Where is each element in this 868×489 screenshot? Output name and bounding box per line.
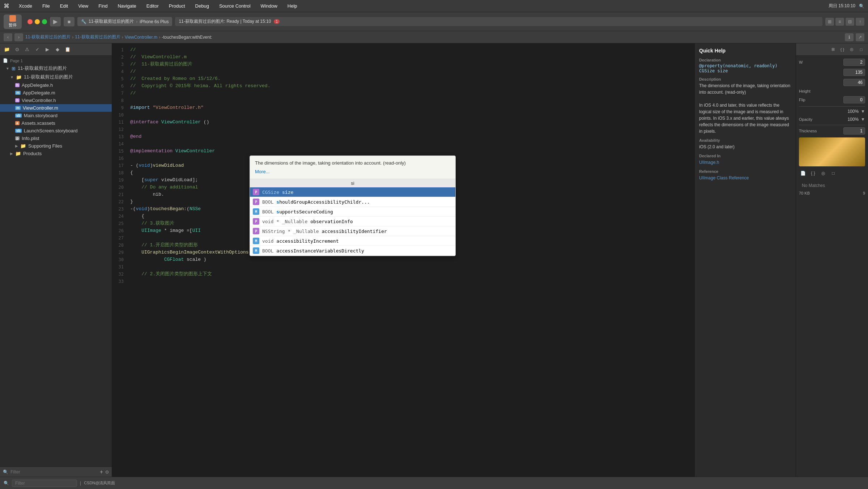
inspector-toggle[interactable]: ℹ [845, 33, 854, 41]
flip-input[interactable] [843, 96, 865, 103]
menu-file[interactable]: File [40, 3, 52, 9]
panel-toggle-right[interactable]: ⊟ [846, 18, 854, 26]
autocomplete-item-1[interactable]: P CGSize size [250, 187, 455, 197]
thickness-input[interactable] [843, 127, 865, 135]
apple-menu[interactable]: ⌘ [4, 3, 9, 9]
divider-2 [799, 125, 865, 125]
icon-btn-4[interactable]: □ [829, 169, 837, 177]
breadcrumb-part-3[interactable]: ViewController.m [125, 35, 157, 40]
sidebar-issue-icon[interactable]: ⚠ [23, 46, 31, 54]
sidebar-debug-icon[interactable]: ▶ [43, 46, 51, 54]
sidebar-item-appdelegate-h[interactable]: h AppDelegate.h [0, 81, 112, 89]
autocomplete-item-7[interactable]: M BOOL accessInstanceVariablesDirectly [250, 246, 455, 256]
filter-options-button[interactable]: ⊙ [105, 469, 109, 475]
supporting-files-label: Supporting Files [28, 143, 62, 149]
qh-declared-in-value[interactable]: UIImage.h [699, 159, 791, 166]
autocomplete-item-2[interactable]: P BOOL shouldGroupAccessibilityChildr... [250, 197, 455, 207]
menu-edit[interactable]: Edit [58, 3, 70, 9]
panel-toggle-center[interactable]: ≡ [835, 18, 844, 26]
stop-button[interactable]: 暂停 [4, 14, 22, 29]
inspector-icon-1[interactable]: ⊞ [829, 46, 837, 54]
sidebar-page-label: 📄 Page 1 [0, 57, 112, 64]
sidebar-report-icon[interactable]: 📋 [64, 46, 72, 54]
qh-declared-in-row: Declared In UIImage.h [699, 154, 791, 166]
inspector-icon-3[interactable]: ◎ [848, 46, 856, 54]
qh-reference-value[interactable]: UIImage Class Reference [699, 175, 791, 181]
inspector-icon-4[interactable]: □ [857, 46, 865, 54]
share-button[interactable]: ↗ [856, 33, 864, 41]
sidebar-item-launchscreen[interactable]: sb LaunchScreen.storyboard [0, 127, 112, 135]
qh-description-label: Description [699, 77, 791, 81]
forward-button[interactable]: › [14, 33, 23, 41]
sidebar-item-project[interactable]: ▼ ⊞ 11-获取裁剪过后的图片 [0, 64, 112, 73]
sidebar-source-icon[interactable]: ⊙ [13, 46, 21, 54]
menu-source-control[interactable]: Source Control [217, 3, 253, 9]
minimize-button[interactable] [35, 19, 40, 24]
autocomplete-item-3[interactable]: M BOOL supportsSecureCoding [250, 207, 455, 217]
menu-find[interactable]: Find [96, 3, 110, 9]
menu-navigate[interactable]: Navigate [115, 3, 138, 9]
breadcrumb-part-4[interactable]: -touchesBegan:withEvent: [162, 35, 212, 40]
sidebar-item-group[interactable]: ▼ 📁 11-获取裁剪过后的图片 [0, 73, 112, 81]
sidebar-item-viewcontroller-m[interactable]: m ViewController.m [0, 104, 112, 112]
menu-search-icon[interactable]: 🔍 [859, 4, 864, 9]
autocomplete-item-4[interactable]: P void * _Nullable observationInfo [250, 217, 455, 226]
qh-description-value: The dimensions of the image, taking orie… [699, 82, 791, 135]
inspector-icon-2[interactable]: { } [838, 46, 846, 54]
no-matches-label: No Matches [799, 180, 865, 191]
sidebar-folder-icon[interactable]: 📁 [3, 46, 11, 54]
icon-btn-3[interactable]: ◎ [819, 169, 827, 177]
qh-declaration-row: Declaration @property(nonatomic, readonl… [699, 58, 791, 73]
stop-run-button[interactable]: ■ [64, 17, 75, 26]
scheme-selector[interactable]: 🔧 11-获取裁剪过后的图片 › iPhone 6s Plus [77, 17, 172, 26]
panel-toggle-left[interactable]: ⊞ [825, 18, 834, 26]
sb-badge: sb [15, 114, 22, 118]
back-button[interactable]: ‹ [4, 33, 12, 41]
export-button[interactable]: ↑ [856, 18, 864, 26]
ac-name-2: shouldGroupAccessibilityChildr... [276, 199, 370, 205]
menu-view[interactable]: View [76, 3, 90, 9]
menu-help[interactable]: Help [285, 3, 299, 9]
arrow-icon-group: ▼ [10, 75, 14, 79]
sidebar-toolbar: 📁 ⊙ ⚠ ✓ ▶ ◆ 📋 [0, 43, 112, 56]
toolbar: 暂停 ▶ ■ 🔧 11-获取裁剪过后的图片 › iPhone 6s Plus 1… [0, 12, 868, 31]
autocomplete-item-6[interactable]: M void accessibilityIncrement [250, 236, 455, 246]
breadcrumb-part-1[interactable]: 11-获取裁剪过后的图片 [25, 34, 71, 40]
sidebar-item-info-plist[interactable]: p Info.plist [0, 135, 112, 142]
inspector-toolbar: ⊞ { } ◎ □ [796, 43, 868, 56]
icon-btn-2[interactable]: { } [809, 169, 817, 177]
close-button[interactable] [27, 19, 33, 24]
status-filter-input[interactable] [12, 480, 77, 487]
maximize-button[interactable] [42, 19, 47, 24]
more-link[interactable]: More... [255, 168, 450, 175]
run-button[interactable]: ▶ [50, 17, 61, 26]
sidebar-filter-input[interactable] [10, 469, 98, 475]
height-label-row: Height [799, 89, 865, 93]
sidebar-breakpoint-icon[interactable]: ◆ [54, 46, 61, 54]
qh-declaration-value: @property(nonatomic, readonly) CGSize si… [699, 63, 791, 73]
add-file-button[interactable]: + [100, 469, 103, 475]
autocomplete-item-5[interactable]: P NSString * _Nullable accessibilityIden… [250, 226, 455, 236]
height-text-label: Height [799, 89, 810, 93]
sidebar-test-icon[interactable]: ✓ [33, 46, 41, 54]
sidebar-item-viewcontroller-h[interactable]: h ViewController.h [0, 97, 112, 104]
a-badge: a [15, 121, 20, 125]
menu-product[interactable]: Product [167, 3, 187, 9]
menu-debug[interactable]: Debug [193, 3, 211, 9]
sidebar-item-supporting-files[interactable]: ▶ 📁 Supporting Files [0, 142, 112, 150]
sidebar-item-appdelegate-m[interactable]: m AppDelegate.m [0, 89, 112, 97]
menu-xcode[interactable]: Xcode [17, 3, 34, 9]
height-input-1[interactable] [843, 69, 865, 76]
qh-availability-value: iOS (2.0 and later) [699, 144, 791, 150]
breadcrumb-bar: ‹ › 11-获取裁剪过后的图片 › 11-获取裁剪过后的图片 › ViewCo… [0, 31, 868, 43]
breadcrumb-part-2[interactable]: 11-获取裁剪过后的图片 [75, 34, 120, 40]
height-input-2[interactable] [843, 79, 865, 86]
menu-editor[interactable]: Editor [144, 3, 161, 9]
sidebar-item-main-storyboard[interactable]: sb Main.storyboard [0, 112, 112, 119]
menu-window[interactable]: Window [259, 3, 280, 9]
width-input[interactable] [843, 59, 865, 66]
icon-btn-1[interactable]: 📄 [799, 169, 807, 177]
sidebar-item-products[interactable]: ▶ 📁 Products [0, 150, 112, 157]
sidebar-item-assets[interactable]: a Assets.xcassets [0, 119, 112, 127]
qh-declaration-label: Declaration [699, 58, 791, 62]
